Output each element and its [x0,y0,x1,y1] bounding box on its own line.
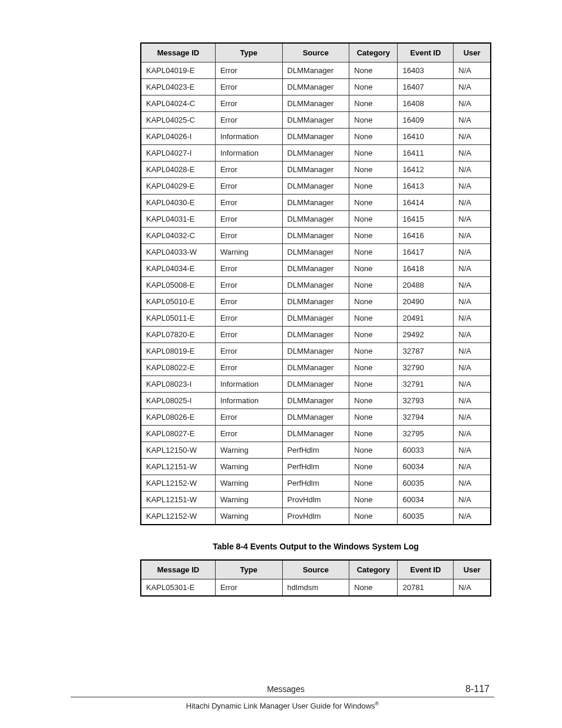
table-cell: Error [215,178,282,195]
table-cell: 60035 [398,475,454,492]
table-cell: DLMManager [282,426,349,442]
table-cell: DLMManager [282,360,349,376]
table-cell: N/A [454,360,491,376]
table-cell: 60033 [398,442,454,459]
table-cell: N/A [454,310,491,327]
table-cell: Error [215,195,282,211]
table-cell: None [349,508,398,525]
table-row: KAPL04023-EErrorDLMManagerNone16407N/A [141,79,491,95]
table-cell: Error [215,95,282,112]
table-cell: DLMManager [282,79,349,95]
header-type: Type [215,43,282,62]
table-cell: None [349,310,398,327]
table-cell: KAPL05010-E [141,294,215,310]
table-cell: Warning [215,459,282,475]
table-row: KAPL12151-WWarningPerfHdlmNone60034N/A [141,459,491,475]
header-source: Source [282,560,349,579]
table-row: KAPL12152-WWarningProvHdlmNone60035N/A [141,508,491,525]
table-cell: Error [215,277,282,294]
header-user: User [454,560,491,579]
table-cell: N/A [454,178,491,195]
table-cell: None [349,442,398,459]
table-cell: Error [215,261,282,277]
table-cell: 32794 [398,409,454,426]
table-cell: Warning [215,442,282,459]
table-row: KAPL12150-WWarningPerfHdlmNone60033N/A [141,442,491,459]
table-cell: N/A [454,195,491,211]
table-row: KAPL05301-EErrorhdlmdsmNone20781N/A [141,579,491,597]
event-log-table-2: Message ID Type Source Category Event ID… [140,559,491,597]
table-cell: Error [215,211,282,228]
table-cell: 60034 [398,459,454,475]
table-cell: None [349,145,398,162]
table-cell: DLMManager [282,261,349,277]
table-cell: N/A [454,343,491,360]
table-cell: PerfHdlm [282,442,349,459]
table-cell: 16411 [398,145,454,162]
table-cell: 20490 [398,294,454,310]
table-cell: 16414 [398,195,454,211]
table-cell: N/A [454,475,491,492]
table-cell: 16418 [398,261,454,277]
table-cell: N/A [454,409,491,426]
table-cell: 16410 [398,129,454,145]
table-row: KAPL05010-EErrorDLMManagerNone20490N/A [141,294,491,310]
table-cell: hdlmdsm [282,579,349,597]
table-cell: 16412 [398,162,454,178]
table-cell: 20488 [398,277,454,294]
table-row: KAPL04025-CErrorDLMManagerNone16409N/A [141,112,491,129]
table-cell: DLMManager [282,343,349,360]
table-cell: None [349,162,398,178]
table-cell: DLMManager [282,277,349,294]
table-cell: N/A [454,579,491,597]
table-cell: 32791 [398,376,454,393]
registered-trademark-icon: ® [375,701,379,707]
table-8-4-caption: Table 8-4 Events Output to the Windows S… [140,542,491,551]
header-event-id: Event ID [398,43,454,62]
event-log-table-1: Message ID Type Source Category Event ID… [140,42,491,525]
table-cell: N/A [454,393,491,409]
table-cell: None [349,195,398,211]
table-cell: 16409 [398,112,454,129]
table-cell: None [349,409,398,426]
table-cell: DLMManager [282,228,349,244]
table-cell: 60034 [398,492,454,508]
table-cell: 32795 [398,426,454,442]
header-category: Category [349,560,398,579]
table-row: KAPL12151-WWarningProvHdlmNone60034N/A [141,492,491,508]
table-row: KAPL04026-IInformationDLMManagerNone1641… [141,129,491,145]
table-row: KAPL04032-CErrorDLMManagerNone16416N/A [141,228,491,244]
table-cell: PerfHdlm [282,459,349,475]
table-cell: DLMManager [282,95,349,112]
table-cell: None [349,112,398,129]
table-cell: None [349,244,398,261]
table-cell: 16413 [398,178,454,195]
table-row: KAPL08019-EErrorDLMManagerNone32787N/A [141,343,491,360]
table-cell: N/A [454,162,491,178]
page-number: 8-117 [465,684,494,694]
table-cell: Information [215,145,282,162]
table-cell: KAPL04027-I [141,145,215,162]
table-cell: 20491 [398,310,454,327]
table-cell: N/A [454,492,491,508]
table-cell: Error [215,409,282,426]
table-cell: Error [215,426,282,442]
table-cell: Warning [215,492,282,508]
table-row: KAPL04019-EErrorDLMManagerNone16403N/A [141,62,491,79]
table-cell: N/A [454,112,491,129]
table-cell: None [349,426,398,442]
table-cell: None [349,211,398,228]
table-cell: KAPL08023-I [141,376,215,393]
header-category: Category [349,43,398,62]
table-cell: 16408 [398,95,454,112]
table-row: KAPL04034-EErrorDLMManagerNone16418N/A [141,261,491,277]
table-row: KAPL08023-IInformationDLMManagerNone3279… [141,376,491,393]
table-cell: KAPL04029-E [141,178,215,195]
table-cell: DLMManager [282,327,349,343]
table-cell: KAPL04025-C [141,112,215,129]
table-cell: DLMManager [282,129,349,145]
table-row: KAPL05011-EErrorDLMManagerNone20491N/A [141,310,491,327]
table-header-row: Message ID Type Source Category Event ID… [141,560,491,579]
page-footer: Messages 8-117 Hitachi Dynamic Link Mana… [71,684,494,710]
table-cell: Error [215,79,282,95]
